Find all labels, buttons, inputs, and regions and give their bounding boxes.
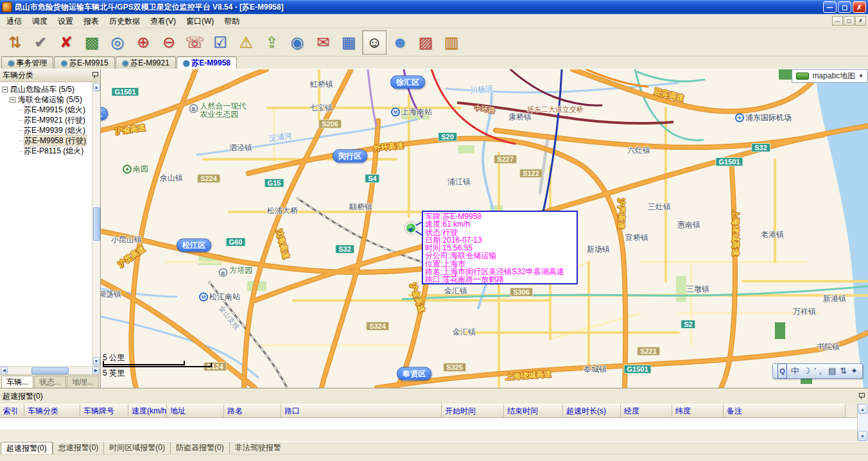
alarm-tab[interactable]: 非法驾驶报警 [229,442,286,454]
vehicle-item[interactable]: 苏E-M9939 (熄火) [19,125,92,135]
column-header[interactable]: 结束时间 [504,404,563,418]
sidebar-tab[interactable]: 状态... [34,376,66,388]
globe-icon: ◉ [183,58,189,67]
restore-button[interactable]: ▢ [838,1,851,13]
scroll-up-button[interactable]: ▲ [93,83,100,91]
ime-mode-chinese[interactable]: 中 [791,364,799,378]
collapse-icon[interactable] [2,87,8,92]
column-header[interactable]: 地址 [167,404,224,418]
close-button[interactable]: ✗ [853,1,866,13]
scroll-down-button[interactable]: ▼ [93,357,100,365]
road-label: 中环路 [474,103,496,115]
alarm-tab[interactable]: 防盗器报警(0) [170,442,229,454]
confirm-icon[interactable]: ✔ [28,30,53,55]
scroll-thumb[interactable] [31,367,69,374]
vehicle-item[interactable]: 苏E-P8115 (熄火) [19,146,92,156]
column-header[interactable]: 纬度 [672,404,724,418]
user-group-icon[interactable]: ☻ [388,30,412,55]
ime-split-icon[interactable]: ⇅ [840,364,847,378]
menu-item[interactable]: 通信 [1,15,27,27]
scroll-thumb[interactable] [93,207,100,241]
sidebar-vertical-scrollbar[interactable]: ▲ ▼ [92,82,100,366]
document-tab[interactable]: ◉ 事务管理 [1,57,53,69]
map-provider-select[interactable]: mapabc地图 ▼ [792,69,868,83]
alarm-tab[interactable]: 超速报警(0) [1,442,53,454]
document-tab[interactable]: ◉ 苏E-M9958 [177,57,237,69]
column-header[interactable]: 路口 [281,404,442,418]
ime-softkeyboard-icon[interactable]: ▤ [828,364,836,378]
scroll-down-button[interactable]: ▼ [858,431,867,441]
menu-item[interactable]: 帮助 [219,15,245,27]
sidebar-tab[interactable]: 地理... [67,376,99,388]
road-label: 沈海高速 [273,228,292,261]
tree-group[interactable]: 海联仓储运输 (5/5) [10,94,92,105]
menu-item[interactable]: 设置 [53,15,78,27]
road-label: 上海绕城高速 [730,210,741,256]
mdi-restore-button[interactable]: ▢ [844,16,855,26]
tooltip-line: 分公司:海联仓储运输 [425,252,575,259]
monitor-pair-icon[interactable]: ☺ [362,30,386,55]
ime-settings-icon[interactable]: ✦ [851,364,858,378]
menu-item[interactable]: 窗口(W) [181,15,219,27]
town-label: 佘山镇 [160,173,183,184]
map-icon[interactable]: ▩ [80,30,104,55]
vehicle-search-icon[interactable]: ◉ [285,30,309,55]
alarm-vertical-scrollbar[interactable]: ▲ ▼ [857,404,868,441]
column-header[interactable]: 路名 [224,404,281,418]
column-header[interactable]: 超速时长(s) [563,404,621,418]
map-canvas[interactable]: G1501 青浦区 沪渝高速 血 人然合一现代 农业生态园 [101,69,868,388]
report-check-icon[interactable]: ☑ [208,30,232,55]
zoom-out-icon[interactable]: ⊖ [157,30,181,55]
town-label: 虹桥镇 [310,79,333,90]
document-tab[interactable]: ◉ 苏E-M9915 [54,57,114,69]
menu-item[interactable]: 报表 [78,15,104,27]
scroll-left-button[interactable]: ◀ [1,367,8,375]
column-header[interactable]: 速度(km/h) [128,404,167,418]
sidebar-tab[interactable]: 车辆... [1,376,33,388]
alarm-tab[interactable]: 时间区域报警(0) [103,442,170,454]
zoom-in-icon[interactable]: ⊕ [131,30,155,55]
vehicle-item[interactable]: 苏E-M9921 (行驶) [19,115,92,125]
menu-item[interactable]: 历史数据 [104,15,145,27]
vehicle-item[interactable]: 苏E-M9958 (行驶) [19,135,92,146]
menu-items: 通信调度设置报表历史数据查看(V)窗口(W)帮助 [1,14,832,28]
vehicle-marker[interactable] [405,222,417,234]
column-header[interactable]: 开始时间 [442,404,504,418]
mdi-close-button[interactable]: ✗ [855,16,866,26]
mail-icon[interactable]: ✉ [311,30,335,55]
scroll-up-button[interactable]: ▲ [858,404,867,414]
calculator-icon[interactable]: ▦ [336,30,361,55]
globe-search-icon[interactable]: ◎ [105,30,130,55]
chart-icon[interactable]: ▨ [413,30,438,55]
vehicle-item[interactable]: 苏E-M9915 (熄火) [19,105,92,115]
ime-logo[interactable]: Q [777,363,787,379]
alarm-tab[interactable]: 怠速报警(0) [53,442,104,454]
pin-icon[interactable] [858,393,864,400]
vehicle-sidebar: 车辆分类 昆山危险品车 (5/5) 海联仓储运输 (5/5) [0,69,101,388]
video-icon[interactable]: ▥ [439,30,464,55]
road-badge: G60 [226,238,246,247]
menu-item[interactable]: 查看(V) [145,15,181,27]
scroll-right-button[interactable]: ▶ [92,367,100,375]
ime-fullwidth-icon[interactable]: ☽ [803,364,811,378]
menu-item[interactable]: 调度 [27,15,53,27]
mdi-minimize-button[interactable]: — [832,16,843,26]
communication-icon[interactable]: ⇅ [3,30,27,55]
cancel-icon[interactable]: ✘ [54,30,78,55]
pin-icon[interactable] [92,72,98,79]
sms-phone-icon[interactable]: ☏ [182,30,207,55]
tree-root[interactable]: 昆山危险品车 (5/5) [2,84,92,94]
document-tab[interactable]: ◉ 苏E-M9921 [116,57,176,69]
column-header[interactable]: 备注 [724,404,846,418]
column-header[interactable]: 经度 [621,404,672,418]
alarm-truck-icon[interactable]: ⚠ [234,30,258,55]
ime-punctuation-icon[interactable]: '， [814,364,824,378]
minimize-button[interactable]: — [823,1,837,13]
tooltip-line: 速度:61 km/h [425,220,575,228]
column-header[interactable]: 车辆分类 [24,404,80,418]
collapse-icon[interactable] [10,97,15,103]
dispatch-truck-icon[interactable]: ⇪ [259,30,284,55]
column-header[interactable]: 索引 [0,404,24,418]
column-header[interactable]: 车辆牌号 [80,404,128,418]
sidebar-horizontal-scrollbar[interactable]: ◀ ▶ [0,366,100,374]
